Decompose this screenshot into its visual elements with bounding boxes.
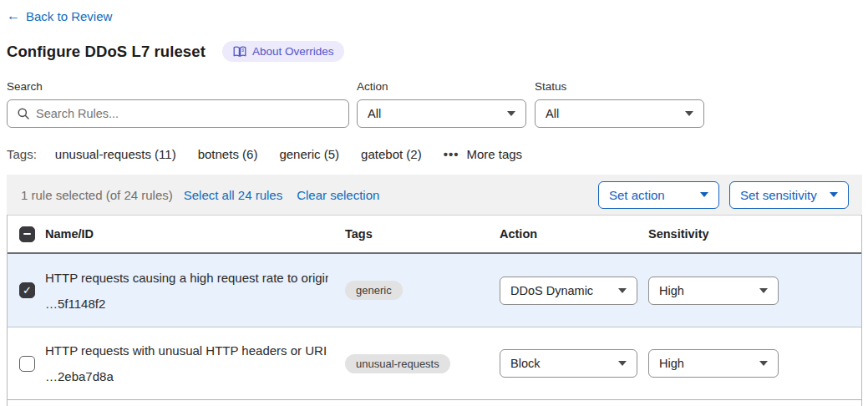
row-checkbox[interactable] (19, 282, 35, 298)
table-header-row: Name/ID Tags Action Sensitivity (8, 215, 861, 254)
rule-action-dropdown[interactable]: DDoS Dynamic (500, 277, 637, 305)
chevron-down-icon (830, 192, 838, 197)
table-row: HTTP requests with unusual HTTP headers … (8, 327, 861, 399)
chevron-down-icon (618, 361, 627, 366)
rule-id: …5f1148f2 (45, 297, 328, 311)
set-sensitivity-label: Set sensitivity (740, 188, 817, 202)
rule-action-value: Block (510, 357, 540, 370)
search-label: Search (7, 80, 349, 93)
title-row: Configure DDoS L7 ruleset About Override… (7, 41, 862, 62)
more-tags-button[interactable]: ••• More tags (444, 147, 522, 161)
set-action-label: Set action (609, 188, 665, 202)
book-icon (233, 46, 246, 58)
ellipsis-icon: ••• (444, 148, 459, 160)
configure-ddos-page: ← Back to Review Configure DDoS L7 rules… (0, 0, 868, 406)
chevron-down-icon (618, 288, 627, 293)
tag-filter[interactable]: unusual-requests (11) (55, 147, 176, 161)
set-sensitivity-dropdown[interactable]: Set sensitivity (729, 181, 849, 209)
partial-next-row (7, 399, 862, 406)
chevron-down-icon (507, 111, 515, 116)
rule-tag-pill: generic (345, 281, 403, 300)
table-row: HTTP requests causing a high request rat… (8, 254, 861, 327)
chevron-down-icon (685, 111, 693, 116)
status-filter-value: All (546, 107, 559, 120)
action-filter-dropdown[interactable]: All (357, 99, 526, 128)
chevron-down-icon (759, 361, 768, 366)
back-link-label: Back to Review (26, 9, 112, 23)
about-overrides-badge[interactable]: About Overrides (222, 41, 345, 62)
filters-row: Search Action All Status All (7, 80, 862, 128)
rule-action-dropdown[interactable]: Block (500, 349, 637, 378)
rules-table: Name/ID Tags Action Sensitivity HTTP req… (7, 215, 862, 399)
action-filter-value: All (368, 107, 381, 120)
selection-status: 1 rule selected (of 24 rules) (21, 188, 173, 202)
tags-list: unusual-requests (11) botnets (6) generi… (55, 147, 422, 161)
status-filter-dropdown[interactable]: All (535, 99, 704, 128)
rule-sensitivity-value: High (659, 284, 684, 297)
column-header-tags: Tags (345, 227, 500, 241)
select-all-link[interactable]: Select all 24 rules (184, 188, 282, 202)
more-tags-label: More tags (466, 147, 522, 161)
rule-name: HTTP requests with unusual HTTP headers … (45, 343, 328, 358)
tag-filter[interactable]: botnets (6) (198, 147, 258, 161)
set-action-dropdown[interactable]: Set action (598, 181, 719, 209)
rule-tag-pill: unusual-requests (345, 354, 450, 373)
table-body: HTTP requests causing a high request rat… (8, 254, 861, 399)
rule-action-value: DDoS Dynamic (510, 284, 593, 297)
rule-id: …2eba7d8a (45, 369, 328, 383)
status-filter-label: Status (535, 80, 704, 93)
row-checkbox[interactable] (19, 356, 35, 372)
about-badge-label: About Overrides (252, 45, 334, 58)
rule-name: HTTP requests causing a high request rat… (45, 271, 328, 285)
tag-filter[interactable]: generic (5) (279, 147, 339, 161)
column-header-sensitivity: Sensitivity (648, 227, 861, 241)
page-title: Configure DDoS L7 ruleset (7, 43, 206, 61)
rule-sensitivity-dropdown[interactable]: High (648, 349, 779, 378)
chevron-down-icon (759, 288, 768, 293)
rule-sensitivity-value: High (659, 357, 684, 370)
tags-bar: Tags: unusual-requests (11) botnets (6) … (7, 147, 862, 161)
tag-filter[interactable]: gatebot (2) (361, 147, 422, 161)
rule-sensitivity-dropdown[interactable]: High (648, 277, 779, 305)
back-arrow-icon: ← (7, 9, 20, 23)
tags-bar-label: Tags: (7, 147, 37, 161)
action-filter-label: Action (357, 80, 526, 93)
column-header-action: Action (500, 227, 648, 241)
search-input[interactable] (7, 99, 349, 128)
clear-selection-link[interactable]: Clear selection (297, 188, 379, 202)
chevron-down-icon (700, 192, 708, 197)
select-all-checkbox[interactable] (19, 226, 35, 242)
selection-bar: 1 rule selected (of 24 rules) Select all… (7, 175, 862, 215)
back-to-review-link[interactable]: ← Back to Review (7, 9, 112, 23)
column-header-name: Name/ID (45, 227, 345, 241)
